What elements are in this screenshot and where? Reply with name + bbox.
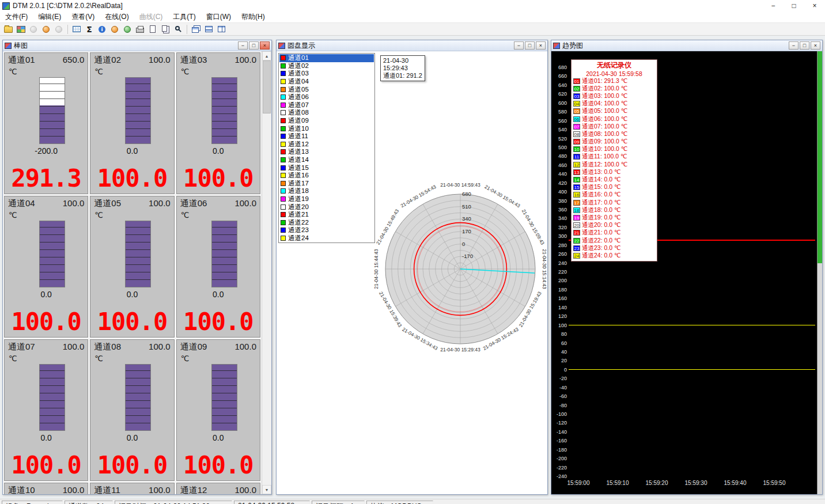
bar-gauge-cell: 通道11100.0℃0.0100.0 (90, 483, 174, 494)
menu-item-7[interactable]: 帮助(H) (236, 11, 270, 23)
svg-text:21-04-30 15:44:43: 21-04-30 15:44:43 (373, 249, 379, 289)
tile-horizontal-icon[interactable] (202, 24, 215, 35)
gauge-header: 通道11100.0 (90, 483, 173, 494)
channel-list-item[interactable]: 通道01 (279, 54, 374, 62)
channel-list-item[interactable]: 通道22 (279, 218, 374, 226)
y-axis-label: 580 (551, 109, 567, 115)
channel-list-item[interactable]: 通道21 (279, 211, 374, 219)
disk-maximize-button[interactable]: □ (525, 41, 535, 50)
channel-list-item[interactable]: 通道17 (279, 180, 374, 188)
scroll-up-button[interactable]: ▲ (262, 51, 271, 60)
menu-item-0[interactable]: 文件(F) (0, 11, 33, 23)
title-bar[interactable]: DTM 2.0.1 [C:\DTM 2.0.2\RealData] − □ × (0, 0, 825, 12)
trend-scroll-thumb[interactable] (818, 51, 822, 263)
copy-icon[interactable] (159, 24, 172, 35)
gauge-bar (125, 364, 151, 431)
svg-text:21-04-30 15:14:43: 21-04-30 15:14:43 (542, 249, 547, 289)
trend-maximize-button[interactable]: □ (800, 41, 809, 50)
gauge-ticks (126, 78, 150, 143)
channel-list-item[interactable]: 通道20 (279, 203, 374, 211)
legend-channel-value: 通道14: 0.0 ℃ (582, 176, 621, 184)
channel-list-item[interactable]: 通道19 (279, 195, 374, 203)
trend-scrollbar[interactable] (817, 51, 822, 494)
disk-window-titlebar[interactable]: 圆盘显示 − □ × (277, 40, 547, 51)
snapshot-icon-shape (124, 26, 131, 33)
print-preview-icon[interactable] (146, 24, 159, 35)
channel-list-item[interactable]: 通道03 (279, 70, 374, 78)
gauge-ticks (40, 221, 65, 287)
gauge-bar (125, 221, 151, 287)
y-axis-label: 600 (551, 100, 567, 106)
trend-close-button[interactable]: × (811, 41, 820, 50)
zoom-icon[interactable] (172, 24, 184, 35)
data-table-icon[interactable] (70, 24, 83, 35)
channel-list-item[interactable]: 通道23 (279, 226, 374, 234)
menu-item-5[interactable]: 工具(T) (168, 11, 200, 23)
info-icon[interactable]: i (96, 24, 108, 35)
statistics-icon[interactable]: Σ (83, 24, 96, 35)
legend-channel-value: 通道12: 100.0 ℃ (582, 161, 628, 169)
gauge-value: 100.0 (5, 451, 88, 479)
channel-list-item[interactable]: 通道16 (279, 172, 374, 180)
open-icon[interactable] (2, 24, 14, 35)
channel-list-item[interactable]: 通道12 (279, 141, 374, 149)
menu-item-1[interactable]: 编辑(E) (33, 11, 66, 23)
channel-color-swatch (281, 87, 286, 92)
disk-minimize-button[interactable]: − (514, 41, 524, 50)
channel-list-item[interactable]: 通道14 (279, 156, 374, 164)
menu-item-6[interactable]: 窗口(W) (201, 11, 236, 23)
bar-window-titlebar[interactable]: 棒图 − □ × (3, 40, 271, 51)
scroll-down-button[interactable]: ▼ (262, 485, 271, 494)
channel-list-item[interactable]: 通道10 (279, 124, 374, 132)
legend-row: 06通道06: 100.0 ℃ (572, 115, 657, 123)
trend-series-line (569, 369, 815, 370)
trend-window-titlebar[interactable]: 趋势图 − □ × (551, 40, 822, 51)
channel-list-item[interactable]: 通道06 (279, 93, 374, 101)
channel-list-item[interactable]: 通道15 (279, 164, 374, 172)
bar-minimize-button[interactable]: − (238, 41, 248, 50)
channel-list-item[interactable]: 通道13 (279, 148, 374, 156)
tile-vertical-icon[interactable] (215, 24, 228, 35)
scroll-thumb[interactable] (263, 60, 271, 113)
channel-list-item[interactable]: 通道11 (279, 132, 374, 141)
channel-list-item[interactable]: 通道04 (279, 78, 374, 86)
status-segment-3: 21-04-30 15:59:58 (234, 501, 310, 504)
maximize-button[interactable]: □ (784, 0, 804, 12)
gauge-header: 通道03100.0 (177, 53, 260, 66)
trend-minimize-button[interactable]: − (789, 41, 798, 50)
channel-list-item[interactable]: 通道24 (279, 234, 374, 242)
bar-close-button[interactable]: × (260, 41, 270, 50)
minimize-button[interactable]: − (763, 0, 784, 12)
bar-gauge-cell: 通道07100.0℃0.0100.0 (4, 339, 88, 481)
print-icon[interactable] (134, 24, 146, 35)
gauge-max-label: 100.0 (234, 198, 256, 208)
legend-row: 01通道01: 291.3 ℃ (572, 77, 657, 85)
x-axis-label: 15:59:20 (646, 480, 668, 486)
trend-legend: 无纸记录仪 2021-04-30 15:59:58 01通道01: 291.3 … (571, 59, 657, 262)
y-axis-label: 80 (551, 331, 567, 337)
cascade-windows-icon[interactable] (190, 24, 202, 35)
disk-close-button[interactable]: × (536, 41, 546, 50)
channel-list: 通道01通道02通道03通道04通道05通道06通道07通道08通道09通道10… (278, 53, 375, 243)
record-icon[interactable] (40, 24, 52, 35)
channel-list-item[interactable]: 通道18 (279, 187, 374, 195)
channel-list-item[interactable]: 通道02 (279, 62, 374, 70)
channel-list-item[interactable]: 通道09 (279, 117, 374, 125)
menu-item-3[interactable]: 在线(O) (100, 11, 134, 23)
alarm-icon[interactable] (108, 24, 121, 35)
channel-list-item[interactable]: 通道07 (279, 101, 374, 109)
close-button[interactable]: × (804, 0, 825, 12)
trend-window-icon (553, 43, 560, 49)
y-axis-label: -160 (551, 438, 567, 444)
channel-list-item[interactable]: 通道08 (279, 109, 374, 117)
channel-list-item[interactable]: 通道05 (279, 85, 374, 93)
menu-item-2[interactable]: 查看(V) (66, 11, 100, 23)
bar-maximize-button[interactable]: □ (249, 41, 259, 50)
status-segment-5: 协议：MODBUS (366, 501, 433, 504)
channel-color-swatch (281, 110, 286, 115)
export-image-icon[interactable] (14, 24, 27, 35)
snapshot-icon[interactable] (121, 24, 134, 35)
channel-color-swatch (281, 236, 286, 241)
legend-row: 19通道19: 0.0 ℃ (572, 214, 657, 221)
bar-scrollbar[interactable]: ▲ ▼ (262, 51, 271, 494)
